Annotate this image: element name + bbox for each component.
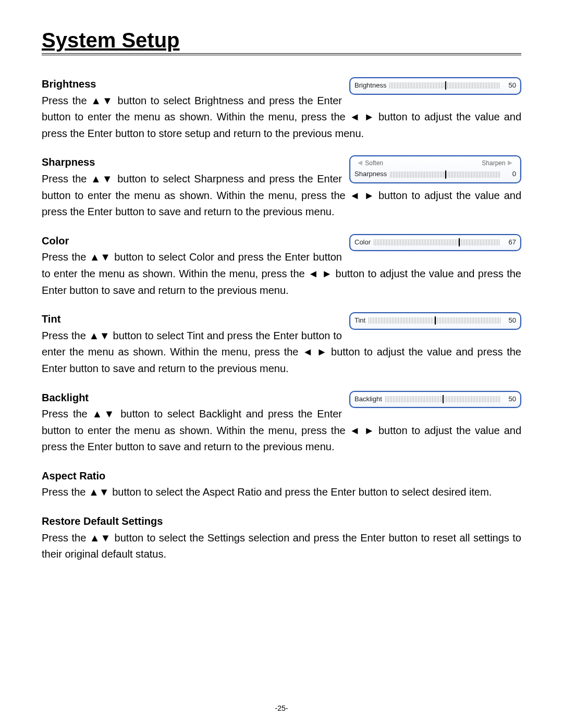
osd-left-label: Soften bbox=[365, 159, 383, 167]
section-color: Color 67 Color Press the ▲▼ button to se… bbox=[42, 233, 521, 299]
osd-value: 50 bbox=[504, 80, 516, 91]
heading-brightness: Brightness bbox=[42, 78, 96, 90]
section-tint: Tint 50 Tint Press the ▲▼ button to sele… bbox=[42, 311, 521, 377]
osd-value: 50 bbox=[504, 315, 516, 326]
section-backlight: Backlight 50 Backlight Press the ▲▼ butt… bbox=[42, 390, 521, 455]
heading-restore: Restore Default Settings bbox=[42, 515, 163, 527]
osd-value: 0 bbox=[504, 169, 516, 180]
arrow-right-icon: ⯈ bbox=[507, 160, 513, 166]
heading-tint: Tint bbox=[42, 313, 60, 325]
manual-page: System Setup Brightness 50 Brightness Pr… bbox=[0, 0, 563, 728]
heading-aspect: Aspect Ratio bbox=[42, 470, 105, 482]
text: Press the ▲▼ button to select the Settin… bbox=[42, 532, 521, 560]
section-sharpness: ⯇ Soften Sharpen ⯈ Sharpness 0 Sharpness… bbox=[42, 154, 521, 220]
osd-right-label: Sharpen bbox=[482, 159, 505, 167]
osd-slider bbox=[374, 239, 500, 245]
osd-color: Color 67 bbox=[349, 234, 521, 252]
osd-slider bbox=[389, 82, 500, 89]
osd-slider bbox=[369, 317, 500, 324]
osd-label: Sharpness bbox=[354, 169, 387, 180]
osd-label: Color bbox=[354, 237, 371, 248]
arrow-left-icon: ⯇ bbox=[358, 160, 363, 166]
osd-label: Tint bbox=[354, 315, 365, 326]
section-brightness: Brightness 50 Brightness Press the ▲▼ bu… bbox=[42, 76, 521, 142]
osd-backlight: Backlight 50 bbox=[349, 391, 521, 409]
heading-backlight: Backlight bbox=[42, 392, 89, 403]
osd-label: Backlight bbox=[354, 394, 382, 405]
osd-sharpness: ⯇ Soften Sharpen ⯈ Sharpness 0 bbox=[349, 155, 521, 183]
osd-slider bbox=[390, 171, 500, 178]
page-number: -25- bbox=[0, 704, 563, 712]
osd-value: 67 bbox=[504, 237, 516, 248]
text: Press the ▲▼ button to select the Aspect… bbox=[42, 486, 492, 498]
osd-slider bbox=[385, 396, 500, 402]
osd-value: 50 bbox=[504, 394, 516, 405]
section-aspect-ratio: Aspect Ratio Press the ▲▼ button to sele… bbox=[42, 468, 521, 501]
title-rule bbox=[42, 53, 521, 55]
heading-color: Color bbox=[42, 235, 69, 246]
osd-label: Brightness bbox=[354, 80, 386, 91]
osd-brightness: Brightness 50 bbox=[349, 77, 521, 95]
section-restore-defaults: Restore Default Settings Press the ▲▼ bu… bbox=[42, 513, 521, 563]
osd-tint: Tint 50 bbox=[349, 312, 521, 330]
page-title: System Setup bbox=[42, 29, 521, 52]
heading-sharpness: Sharpness bbox=[42, 156, 95, 168]
